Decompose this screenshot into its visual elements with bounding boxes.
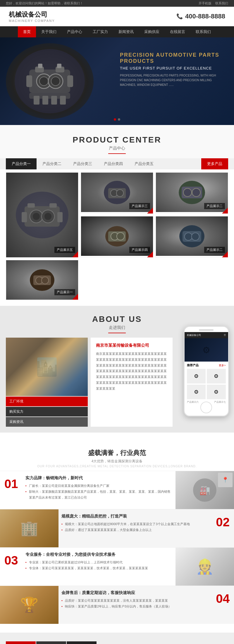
adv-row-2: 02 规模庞大：精细品质把控，打造严装 •规模大：某某公司占地面积超过8000平… <box>0 509 234 547</box>
nav-item-4[interactable]: 新闻资讯 <box>113 26 139 37</box>
svg-rect-13 <box>34 96 39 105</box>
adv-point: •规模大：某某公司占地面积超过8000平方米，在某某某某设立了3个以上金属工生产… <box>61 521 209 527</box>
logo: 机械设备公司 MACHINERY COMPANY <box>9 10 55 22</box>
adv-point: •影响大：某某旗舰店某某旗舰店某某某产品某某，包括，某某、某某、某某、某某、某某… <box>25 489 173 501</box>
top-bar-right: 开手机版 联系我们 <box>196 1 228 6</box>
mobile-link[interactable]: 开手机版 <box>199 1 211 5</box>
phone-logo: 机械设备公司 <box>187 334 201 337</box>
top-bar-left: 您好，欢迎访问我们的网站！如需帮助，请联系我们！ <box>6 1 83 6</box>
svg-point-20 <box>33 213 40 220</box>
company-name: 南京市某某传输设备有限公司 <box>96 343 167 348</box>
nav-item-5[interactable]: 采购供应 <box>139 26 165 37</box>
adv-content-1: 实力品牌：畅销海内外，新时代 •厂龄长：某某公司是目前某某金属探测分离设备生产厂… <box>23 471 176 509</box>
product-line <box>108 153 126 154</box>
nav-item-0[interactable]: 首页 <box>18 26 36 37</box>
logo-zh: 机械设备公司 <box>9 10 55 19</box>
news-section: 公司新闻行业新闻买家说话 📰 充满活跃活动的定型迅定期整体招商? 2023-01… <box>0 633 234 644</box>
svg-rect-16 <box>60 96 66 105</box>
product-item[interactable]: 产品展示一 <box>6 260 78 300</box>
product-tab-1[interactable]: 产品分类二 <box>37 158 67 169</box>
svg-point-42 <box>192 233 199 240</box>
product-grid-wrapper: 产品展示五 产品展示三 <box>0 169 234 306</box>
adv-point: •品质好：通过了某某某某某某某某某，大型金属设备上台以上 <box>61 527 209 533</box>
adv-point: •响应快：某某产品质量2年以上，响应客户3分以内，售后服务（某人驻场） <box>61 604 209 610</box>
adv-points-3: •专业派：某某公司已累积某某超过10年以上，上百种技术引领时代 •专业体：某某公… <box>25 560 173 571</box>
svg-rect-4 <box>38 64 42 68</box>
product-title-en: PRODUCT CENTER <box>0 135 234 145</box>
svg-point-33 <box>183 188 192 197</box>
factory-btn[interactable]: 工厂环境 <box>6 397 88 406</box>
hero-dot-1[interactable] <box>114 118 116 121</box>
svg-point-9 <box>51 77 60 86</box>
adv-subtitle: 4大优势，铸造金属探测分离设备 <box>0 459 234 464</box>
adv-icon-3: 👷 <box>196 558 214 575</box>
adv-image-1: 🏭 📍 <box>176 471 234 509</box>
product-header: PRODUCT CENTER 产品中心 <box>0 126 234 158</box>
adv-heading-3: 专业服务：全程专业对接，为您提供专业技术服务 <box>25 552 173 557</box>
product-label-2: 产品展示三 <box>129 203 150 209</box>
adv-num-2: 02 <box>211 509 234 547</box>
strength-btn[interactable]: 购买实力 <box>6 407 88 416</box>
news-tab-2[interactable]: 买家说话 <box>67 641 97 644</box>
phone-home-button[interactable] <box>200 402 212 413</box>
adv-heading-1: 实力品牌：畅销海内外，新时代 <box>25 475 173 481</box>
supply-btn[interactable]: 采购资讯 <box>6 417 88 427</box>
product-section: PRODUCT CENTER 产品中心 产品分类一产品分类二产品分类三产品分类四… <box>0 125 234 306</box>
adv-en: OUR FOUR ADVANTAGES,CREATIVE METAL DETEC… <box>0 465 234 468</box>
phone-nav: 机械设备公司 ☰ <box>185 332 228 338</box>
top-bar: 您好，欢迎访问我们的网站！如需帮助，请联系我们！ 开手机版 联系我们 <box>0 0 234 7</box>
product-item[interactable]: 产品展示四 <box>81 216 153 258</box>
contact-link[interactable]: 联系我们 <box>215 1 228 5</box>
nav-item-6[interactable]: 在线留言 <box>165 26 190 37</box>
svg-rect-23 <box>22 212 27 222</box>
product-label-6: 产品展示一 <box>54 289 75 295</box>
product-grid: 产品展示五 产品展示三 <box>6 172 228 300</box>
adv-image-2: 🏢 <box>0 509 58 547</box>
product-item-large[interactable]: 产品展示五 <box>6 172 78 258</box>
adv-content-2: 规模庞大：精细品质把控，打造严装 •规模大：某某公司占地面积超过8000平方米，… <box>58 509 211 547</box>
adv-num-1: 01 <box>0 471 23 509</box>
news-tab-0[interactable]: 公司新闻 <box>6 641 36 644</box>
nav-item-3[interactable]: 工厂实力 <box>87 26 113 37</box>
svg-rect-15 <box>51 96 57 105</box>
product-item[interactable]: 产品展示二 <box>156 216 228 258</box>
product-label-5: 产品展示二 <box>204 247 225 253</box>
product-tab-3[interactable]: 产品分类四 <box>98 158 129 169</box>
hero-dots <box>114 118 120 121</box>
hero-dot-2[interactable] <box>118 118 120 121</box>
product-tab-5[interactable]: 更多产品 <box>201 158 228 169</box>
news-tab-1[interactable]: 行业新闻 <box>36 641 66 644</box>
phone-hero: ⚙ <box>185 338 228 362</box>
product-item[interactable]: 产品展示三 <box>81 172 153 214</box>
adv-image-4: 🏆 <box>0 586 58 624</box>
phone-more: 更多> <box>219 364 226 367</box>
product-tab-4[interactable]: 产品分类五 <box>129 158 159 169</box>
product-tab-0[interactable]: 产品分类一 <box>6 158 37 169</box>
phone-icon: 📞 <box>176 13 183 20</box>
phone-product-4: ⚙ <box>207 385 226 399</box>
adv-image-3: 👷 <box>176 548 234 586</box>
svg-rect-10 <box>26 75 32 87</box>
svg-point-30 <box>116 190 123 197</box>
product-label: 产品展示五 <box>54 247 75 253</box>
about-line <box>108 333 126 333</box>
nav-item-2[interactable]: 产品中心 <box>62 26 87 37</box>
product-title-zh: 产品中心 <box>0 146 234 151</box>
adv-content-3: 专业服务：全程专业对接，为您提供专业技术服务 •专业派：某某公司已累积某某超过1… <box>23 548 176 586</box>
adv-point: •品质好：某某公司某某某某某某某某某，没有人某某某某某某，某某某某 <box>61 598 209 604</box>
adv-point: •厂龄长：某某公司是目前某某金属探测分离设备生产厂家 <box>25 483 173 489</box>
product-label-3: 产品展示二 <box>204 203 225 209</box>
nav-item-7[interactable]: 联系我们 <box>190 26 216 37</box>
about-content: 🏙️ 工厂环境 购买实力 采购资讯 南京市某某传输设备有限公司 南京某某某某某某… <box>6 338 228 427</box>
engine-svg <box>12 46 88 116</box>
adv-content-4: 金牌售后：质量定期追访，客服快速响应 •品质好：某某公司某某某某某某某某某，没有… <box>58 586 211 624</box>
product-item[interactable]: 产品展示二 <box>156 172 228 214</box>
product-tab-2[interactable]: 产品分类三 <box>67 158 98 169</box>
nav-item-1[interactable]: 关于我们 <box>36 26 62 37</box>
svg-rect-14 <box>42 96 48 105</box>
svg-rect-25 <box>27 203 35 208</box>
adv-row-4: 04 金牌售后：质量定期追访，客服快速响应 •品质好：某某公司某某某某某某某某某… <box>0 586 234 624</box>
svg-point-41 <box>185 233 192 240</box>
phone-number: 400-888-8888 <box>185 13 225 20</box>
advantages-section: 盛载满誉，行业典范 4大优势，铸造金属探测分离设备 OUR FOUR ADVAN… <box>0 433 234 633</box>
